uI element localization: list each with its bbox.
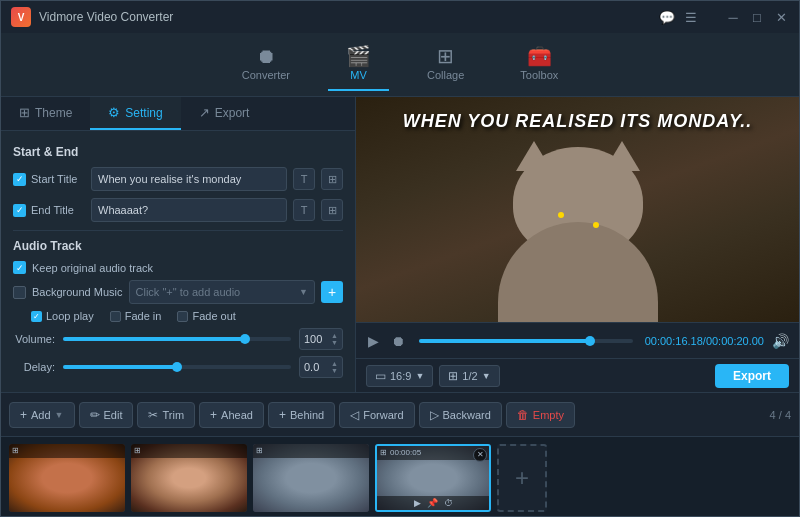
- delay-value: 0.0: [304, 361, 319, 373]
- film-thumb-inner-4: ⊞ 00:00:05 ▶ 📌 ⏱ ✕: [377, 446, 489, 510]
- close-button[interactable]: ✕: [773, 9, 789, 25]
- progress-bar[interactable]: [419, 339, 633, 343]
- behind-icon: +: [279, 408, 286, 422]
- video-controls2: ▭ 16:9 ▼ ⊞ 1/2 ▼ Export: [356, 358, 799, 392]
- page-button[interactable]: ⊞ 1/2 ▼: [439, 365, 499, 387]
- keep-original-checkbox[interactable]: ✓: [13, 261, 26, 274]
- film-thumb-4[interactable]: ⊞ 00:00:05 ▶ 📌 ⏱ ✕: [375, 444, 491, 512]
- end-title-style-btn[interactable]: ⊞: [321, 199, 343, 221]
- film-thumb-3[interactable]: ⊞: [253, 444, 369, 512]
- film-close-4[interactable]: ✕: [473, 448, 487, 462]
- film-thumb-inner-1: ⊞: [9, 444, 125, 512]
- tab-export[interactable]: ↗ Export: [181, 97, 268, 130]
- collage-icon: ⊞: [437, 46, 454, 66]
- volume-label: Volume:: [13, 333, 55, 345]
- loop-play-checkbox[interactable]: ✓: [31, 311, 42, 322]
- volume-thumb[interactable]: [240, 334, 250, 344]
- nav-item-collage[interactable]: ⊞ Collage: [409, 38, 482, 91]
- add-audio-button[interactable]: +: [321, 281, 343, 303]
- dropdown-arrow-icon: ▼: [299, 287, 308, 297]
- video-area: WHEN YOU REALISED ITS MONDAY..: [356, 97, 799, 322]
- export-tab-icon: ↗: [199, 105, 210, 120]
- bg-music-checkbox[interactable]: [13, 286, 26, 299]
- start-title-style-btn[interactable]: ⊞: [321, 168, 343, 190]
- delay-thumb[interactable]: [172, 362, 182, 372]
- maximize-button[interactable]: □: [749, 9, 765, 25]
- volume-value: 100: [304, 333, 322, 345]
- fade-in-checkbox[interactable]: [110, 311, 121, 322]
- app-logo: V: [11, 7, 31, 27]
- start-title-checkbox[interactable]: ✓: [13, 173, 26, 186]
- export-button[interactable]: Export: [715, 364, 789, 388]
- volume-spinner[interactable]: ▲ ▼: [331, 332, 338, 346]
- play-button[interactable]: ▶: [366, 331, 381, 351]
- ahead-label: Ahead: [221, 409, 253, 421]
- volume-slider[interactable]: [63, 337, 291, 341]
- delay-spinner[interactable]: ▲ ▼: [331, 360, 338, 374]
- ratio-icon: ▭: [375, 369, 386, 383]
- stop-button[interactable]: ⏺: [389, 331, 407, 351]
- page-icon: ⊞: [448, 369, 458, 383]
- forward-label: Forward: [363, 409, 403, 421]
- start-title-label: Start Title: [31, 173, 77, 185]
- nav-item-converter[interactable]: ⏺ Converter: [224, 38, 308, 91]
- loop-play-label: Loop play: [46, 310, 94, 322]
- bg-music-dropdown[interactable]: Click "+" to add audio ▼: [129, 280, 316, 304]
- volume-icon[interactable]: 🔊: [772, 333, 789, 349]
- volume-row: Volume: 100 ▲ ▼: [13, 328, 343, 350]
- film-pin-icon: 📌: [427, 498, 438, 508]
- film-icon-2: ⊞: [134, 446, 141, 455]
- menu-button[interactable]: ☰: [683, 9, 699, 25]
- ahead-button[interactable]: + Ahead: [199, 402, 264, 428]
- forward-button[interactable]: ◁ Forward: [339, 402, 414, 428]
- progress-thumb[interactable]: [585, 336, 595, 346]
- backward-icon: ▷: [430, 408, 439, 422]
- backward-button[interactable]: ▷ Backward: [419, 402, 502, 428]
- page-value: 1/2: [462, 370, 477, 382]
- dot-2: [593, 222, 599, 228]
- start-title-font-btn[interactable]: T: [293, 168, 315, 190]
- behind-button[interactable]: + Behind: [268, 402, 335, 428]
- end-title-font-btn[interactable]: T: [293, 199, 315, 221]
- add-button[interactable]: + Add ▼: [9, 402, 75, 428]
- delay-row: Delay: 0.0 ▲ ▼: [13, 356, 343, 378]
- dot-1: [558, 212, 564, 218]
- fade-out-checkbox[interactable]: [177, 311, 188, 322]
- delay-up-arrow[interactable]: ▲: [331, 360, 338, 367]
- film-add-button[interactable]: +: [497, 444, 547, 512]
- nav-label-converter: Converter: [242, 69, 290, 81]
- main-content: ⊞ Theme ⚙ Setting ↗ Export Start & End ✓…: [1, 97, 799, 392]
- end-title-row: ✓ End Title T ⊞: [13, 198, 343, 222]
- tab-setting[interactable]: ⚙ Setting: [90, 97, 180, 130]
- nav-item-mv[interactable]: 🎬 MV: [328, 38, 389, 91]
- film-icon-4: ⊞: [380, 448, 387, 457]
- film-thumb-1[interactable]: ⊞: [9, 444, 125, 512]
- volume-down-arrow[interactable]: ▼: [331, 339, 338, 346]
- volume-up-arrow[interactable]: ▲: [331, 332, 338, 339]
- chat-button[interactable]: 💬: [659, 9, 675, 25]
- behind-label: Behind: [290, 409, 324, 421]
- minimize-button[interactable]: ─: [725, 9, 741, 25]
- empty-button[interactable]: 🗑 Empty: [506, 402, 575, 428]
- time-total: 00:00:20.00: [706, 335, 764, 347]
- add-label: Add: [31, 409, 51, 421]
- panel-body: Start & End ✓ Start Title T ⊞ ✓ End Titl…: [1, 131, 355, 392]
- trim-icon: ✂: [148, 408, 158, 422]
- tab-theme[interactable]: ⊞ Theme: [1, 97, 90, 130]
- trim-button[interactable]: ✂ Trim: [137, 402, 195, 428]
- film-icon-1: ⊞: [12, 446, 19, 455]
- end-title-input[interactable]: [91, 198, 287, 222]
- end-title-checkbox[interactable]: ✓: [13, 204, 26, 217]
- nav-item-toolbox[interactable]: 🧰 Toolbox: [502, 38, 576, 91]
- nav-bar: ⏺ Converter 🎬 MV ⊞ Collage 🧰 Toolbox: [1, 33, 799, 97]
- delay-fill: [63, 365, 177, 369]
- film-thumb-2[interactable]: ⊞: [131, 444, 247, 512]
- delay-slider[interactable]: [63, 365, 291, 369]
- delay-down-arrow[interactable]: ▼: [331, 367, 338, 374]
- toolbox-icon: 🧰: [527, 46, 552, 66]
- ratio-button[interactable]: ▭ 16:9 ▼: [366, 365, 433, 387]
- start-title-input[interactable]: [91, 167, 287, 191]
- edit-button[interactable]: ✏ Edit: [79, 402, 134, 428]
- add-arrow-icon: ▼: [55, 410, 64, 420]
- app-title: Vidmore Video Converter: [39, 10, 173, 24]
